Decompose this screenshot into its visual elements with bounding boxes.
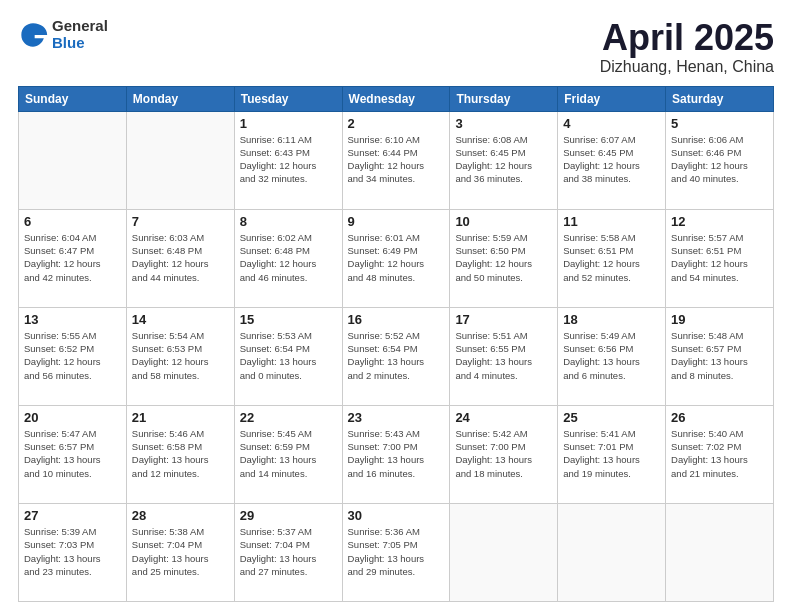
col-sunday: Sunday (19, 86, 127, 111)
day-info: Sunrise: 5:51 AM Sunset: 6:55 PM Dayligh… (455, 329, 552, 382)
day-number: 25 (563, 410, 660, 425)
day-number: 23 (348, 410, 445, 425)
day-number: 11 (563, 214, 660, 229)
col-wednesday: Wednesday (342, 86, 450, 111)
day-number: 21 (132, 410, 229, 425)
logo: General Blue (18, 18, 108, 51)
day-info: Sunrise: 5:54 AM Sunset: 6:53 PM Dayligh… (132, 329, 229, 382)
table-row (666, 503, 774, 601)
table-row: 21Sunrise: 5:46 AM Sunset: 6:58 PM Dayli… (126, 405, 234, 503)
table-row: 6Sunrise: 6:04 AM Sunset: 6:47 PM Daylig… (19, 209, 127, 307)
day-info: Sunrise: 5:39 AM Sunset: 7:03 PM Dayligh… (24, 525, 121, 578)
day-info: Sunrise: 5:36 AM Sunset: 7:05 PM Dayligh… (348, 525, 445, 578)
day-number: 1 (240, 116, 337, 131)
col-thursday: Thursday (450, 86, 558, 111)
day-info: Sunrise: 5:38 AM Sunset: 7:04 PM Dayligh… (132, 525, 229, 578)
table-row: 17Sunrise: 5:51 AM Sunset: 6:55 PM Dayli… (450, 307, 558, 405)
logo-general-text: General (52, 18, 108, 35)
day-info: Sunrise: 6:04 AM Sunset: 6:47 PM Dayligh… (24, 231, 121, 284)
table-row (126, 111, 234, 209)
day-number: 12 (671, 214, 768, 229)
day-number: 27 (24, 508, 121, 523)
day-number: 10 (455, 214, 552, 229)
day-number: 30 (348, 508, 445, 523)
day-number: 7 (132, 214, 229, 229)
table-row: 11Sunrise: 5:58 AM Sunset: 6:51 PM Dayli… (558, 209, 666, 307)
day-info: Sunrise: 5:45 AM Sunset: 6:59 PM Dayligh… (240, 427, 337, 480)
table-row: 26Sunrise: 5:40 AM Sunset: 7:02 PM Dayli… (666, 405, 774, 503)
table-row: 7Sunrise: 6:03 AM Sunset: 6:48 PM Daylig… (126, 209, 234, 307)
table-row: 15Sunrise: 5:53 AM Sunset: 6:54 PM Dayli… (234, 307, 342, 405)
table-row: 2Sunrise: 6:10 AM Sunset: 6:44 PM Daylig… (342, 111, 450, 209)
col-tuesday: Tuesday (234, 86, 342, 111)
day-number: 5 (671, 116, 768, 131)
day-info: Sunrise: 5:40 AM Sunset: 7:02 PM Dayligh… (671, 427, 768, 480)
table-row (558, 503, 666, 601)
day-number: 29 (240, 508, 337, 523)
title-block: April 2025 Dizhuang, Henan, China (600, 18, 774, 76)
col-saturday: Saturday (666, 86, 774, 111)
table-row: 27Sunrise: 5:39 AM Sunset: 7:03 PM Dayli… (19, 503, 127, 601)
day-info: Sunrise: 5:49 AM Sunset: 6:56 PM Dayligh… (563, 329, 660, 382)
calendar-table: Sunday Monday Tuesday Wednesday Thursday… (18, 86, 774, 602)
table-row: 14Sunrise: 5:54 AM Sunset: 6:53 PM Dayli… (126, 307, 234, 405)
table-row: 9Sunrise: 6:01 AM Sunset: 6:49 PM Daylig… (342, 209, 450, 307)
page: General Blue April 2025 Dizhuang, Henan,… (0, 0, 792, 612)
table-row (19, 111, 127, 209)
col-monday: Monday (126, 86, 234, 111)
day-info: Sunrise: 6:01 AM Sunset: 6:49 PM Dayligh… (348, 231, 445, 284)
day-info: Sunrise: 5:41 AM Sunset: 7:01 PM Dayligh… (563, 427, 660, 480)
day-info: Sunrise: 5:52 AM Sunset: 6:54 PM Dayligh… (348, 329, 445, 382)
day-info: Sunrise: 5:55 AM Sunset: 6:52 PM Dayligh… (24, 329, 121, 382)
day-number: 3 (455, 116, 552, 131)
day-number: 16 (348, 312, 445, 327)
day-info: Sunrise: 5:58 AM Sunset: 6:51 PM Dayligh… (563, 231, 660, 284)
calendar-subtitle: Dizhuang, Henan, China (600, 58, 774, 76)
logo-blue-text: Blue (52, 35, 108, 52)
table-row: 23Sunrise: 5:43 AM Sunset: 7:00 PM Dayli… (342, 405, 450, 503)
day-info: Sunrise: 5:46 AM Sunset: 6:58 PM Dayligh… (132, 427, 229, 480)
calendar-header-row: Sunday Monday Tuesday Wednesday Thursday… (19, 86, 774, 111)
table-row: 4Sunrise: 6:07 AM Sunset: 6:45 PM Daylig… (558, 111, 666, 209)
logo-icon (18, 20, 48, 50)
header: General Blue April 2025 Dizhuang, Henan,… (18, 18, 774, 76)
day-number: 13 (24, 312, 121, 327)
calendar-title: April 2025 (600, 18, 774, 58)
day-number: 17 (455, 312, 552, 327)
day-number: 8 (240, 214, 337, 229)
day-info: Sunrise: 6:07 AM Sunset: 6:45 PM Dayligh… (563, 133, 660, 186)
day-info: Sunrise: 5:48 AM Sunset: 6:57 PM Dayligh… (671, 329, 768, 382)
day-number: 20 (24, 410, 121, 425)
day-number: 15 (240, 312, 337, 327)
table-row: 25Sunrise: 5:41 AM Sunset: 7:01 PM Dayli… (558, 405, 666, 503)
day-number: 6 (24, 214, 121, 229)
week-row-0: 1Sunrise: 6:11 AM Sunset: 6:43 PM Daylig… (19, 111, 774, 209)
day-number: 18 (563, 312, 660, 327)
day-info: Sunrise: 5:57 AM Sunset: 6:51 PM Dayligh… (671, 231, 768, 284)
table-row: 20Sunrise: 5:47 AM Sunset: 6:57 PM Dayli… (19, 405, 127, 503)
day-number: 9 (348, 214, 445, 229)
table-row: 10Sunrise: 5:59 AM Sunset: 6:50 PM Dayli… (450, 209, 558, 307)
day-number: 26 (671, 410, 768, 425)
table-row: 30Sunrise: 5:36 AM Sunset: 7:05 PM Dayli… (342, 503, 450, 601)
table-row: 8Sunrise: 6:02 AM Sunset: 6:48 PM Daylig… (234, 209, 342, 307)
day-info: Sunrise: 5:42 AM Sunset: 7:00 PM Dayligh… (455, 427, 552, 480)
logo-text: General Blue (52, 18, 108, 51)
table-row: 18Sunrise: 5:49 AM Sunset: 6:56 PM Dayli… (558, 307, 666, 405)
table-row: 12Sunrise: 5:57 AM Sunset: 6:51 PM Dayli… (666, 209, 774, 307)
day-number: 2 (348, 116, 445, 131)
day-info: Sunrise: 6:11 AM Sunset: 6:43 PM Dayligh… (240, 133, 337, 186)
day-info: Sunrise: 6:08 AM Sunset: 6:45 PM Dayligh… (455, 133, 552, 186)
day-number: 4 (563, 116, 660, 131)
week-row-1: 6Sunrise: 6:04 AM Sunset: 6:47 PM Daylig… (19, 209, 774, 307)
day-number: 24 (455, 410, 552, 425)
table-row: 24Sunrise: 5:42 AM Sunset: 7:00 PM Dayli… (450, 405, 558, 503)
week-row-3: 20Sunrise: 5:47 AM Sunset: 6:57 PM Dayli… (19, 405, 774, 503)
table-row: 22Sunrise: 5:45 AM Sunset: 6:59 PM Dayli… (234, 405, 342, 503)
table-row: 19Sunrise: 5:48 AM Sunset: 6:57 PM Dayli… (666, 307, 774, 405)
day-info: Sunrise: 5:59 AM Sunset: 6:50 PM Dayligh… (455, 231, 552, 284)
day-info: Sunrise: 6:10 AM Sunset: 6:44 PM Dayligh… (348, 133, 445, 186)
table-row: 3Sunrise: 6:08 AM Sunset: 6:45 PM Daylig… (450, 111, 558, 209)
day-info: Sunrise: 6:06 AM Sunset: 6:46 PM Dayligh… (671, 133, 768, 186)
day-info: Sunrise: 5:37 AM Sunset: 7:04 PM Dayligh… (240, 525, 337, 578)
